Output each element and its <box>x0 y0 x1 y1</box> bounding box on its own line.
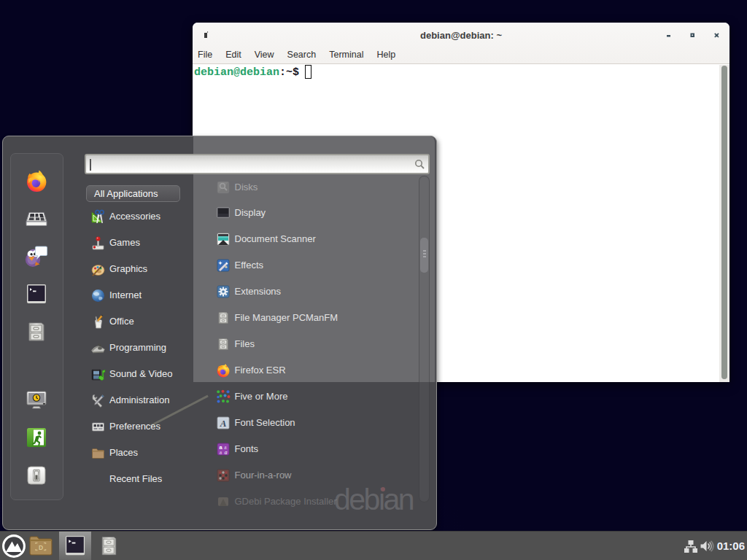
svg-text:A: A <box>220 418 227 429</box>
svg-text:a: a <box>225 449 228 456</box>
svg-text:D: D <box>39 544 43 551</box>
